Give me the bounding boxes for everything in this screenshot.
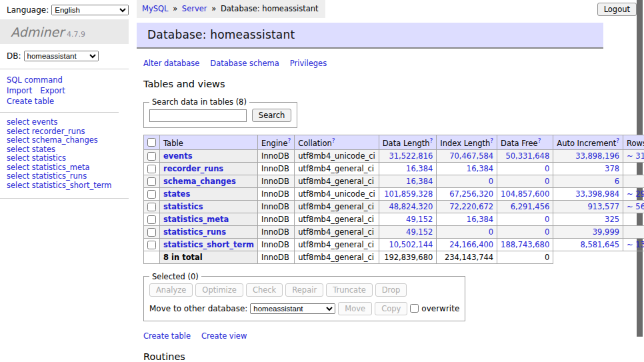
breadcrumb-mysql-link[interactable]: MySQL [142, 4, 169, 13]
rows-count-link[interactable]: ~ 312,180 [627, 151, 644, 161]
sidebar-select-table-link[interactable]: select statistics_meta [7, 163, 122, 173]
data-length-link[interactable]: 10,502,144 [389, 240, 433, 249]
db-select[interactable]: homeassistant [24, 51, 99, 61]
rows-count-link[interactable]: ~ 569,159 [627, 202, 644, 211]
data-length-link[interactable]: 16,384 [406, 164, 433, 173]
data-length-link[interactable]: 49,152 [406, 215, 433, 224]
data-free-link[interactable]: 0 [545, 177, 549, 186]
sidebar-select-table-link[interactable]: select statistics_short_term [7, 181, 122, 191]
table-row: statistics InnoDB utf8mb4_general_ci 48,… [144, 200, 644, 213]
table-row: events InnoDB utf8mb4_unicode_ci 31,522,… [144, 149, 644, 162]
table-link[interactable]: statistics_runs [163, 227, 226, 237]
auto-increment-link[interactable]: 8,581,645 [581, 240, 620, 249]
sidebar-select-table-link[interactable]: select events [7, 118, 122, 127]
row-checkbox[interactable] [147, 152, 156, 161]
database-action-link[interactable]: Database schema [210, 59, 279, 68]
table-link[interactable]: schema_changes [163, 177, 236, 186]
data-free-link[interactable]: 0 [545, 164, 549, 173]
sidebar-select-table-link[interactable]: select statistics_runs [7, 172, 122, 181]
create-link[interactable]: Create view [201, 331, 247, 341]
data-length-link[interactable]: 31,522,816 [389, 151, 433, 161]
sidebar-action-link[interactable]: Create table [7, 96, 54, 107]
selected-action-button[interactable]: Analyze [149, 283, 193, 297]
index-length-link[interactable]: 16,384 [467, 164, 493, 173]
selected-action-button[interactable]: Repair [285, 283, 323, 297]
move-button[interactable]: Move [338, 302, 372, 315]
row-checkbox[interactable] [147, 228, 156, 237]
selected-action-button[interactable]: Truncate [326, 283, 373, 297]
search-input[interactable] [149, 109, 247, 122]
index-length-link[interactable]: 24,166,400 [449, 240, 493, 249]
data-length-link[interactable]: 101,859,328 [384, 189, 433, 199]
row-checkbox[interactable] [147, 203, 156, 211]
select-all-checkbox[interactable] [147, 138, 156, 147]
data-length-link[interactable]: 48,824,320 [389, 202, 433, 211]
data-free-link[interactable]: 50,331,648 [505, 151, 549, 161]
sidebar-action-link[interactable]: SQL command [7, 75, 63, 85]
database-action-link[interactable]: Privileges [290, 59, 327, 68]
index-length-link[interactable]: 0 [489, 177, 493, 186]
data-free-link[interactable]: 0 [545, 215, 549, 224]
data-free-link[interactable]: 188,743,680 [501, 240, 549, 249]
index-length-link[interactable]: 70,467,584 [449, 151, 493, 161]
auto-increment-link[interactable]: 33,898,196 [575, 151, 619, 161]
table-link[interactable]: recorder_runs [163, 164, 223, 173]
index-length-link[interactable]: 16,384 [467, 215, 493, 224]
auto-increment-link[interactable]: 325 [605, 215, 619, 224]
create-link[interactable]: Create table [143, 331, 191, 341]
data-free-link[interactable]: 104,857,600 [501, 189, 549, 199]
sidebar-select-table-link[interactable]: select statistics [7, 154, 122, 163]
breadcrumb-server-link[interactable]: Server [182, 4, 207, 13]
sidebar-select-table-link[interactable]: select states [7, 145, 122, 155]
overwrite-checkbox[interactable] [410, 304, 419, 313]
index-length-link[interactable]: 0 [489, 227, 493, 237]
search-button[interactable]: Search [252, 109, 292, 122]
table-link[interactable]: statistics_short_term [163, 240, 254, 249]
column-help-link[interactable]: ? [430, 137, 433, 144]
language-select[interactable]: English [51, 5, 129, 15]
total-data-free: 0 [497, 251, 553, 263]
sidebar-select-table-link[interactable]: select recorder_runs [7, 127, 122, 137]
auto-increment-link[interactable]: 39,999 [593, 227, 619, 237]
row-checkbox[interactable] [147, 165, 156, 173]
data-free-link[interactable]: 0 [545, 227, 549, 237]
sidebar-action-link[interactable]: Import [7, 85, 32, 96]
row-checkbox[interactable] [147, 215, 156, 224]
selected-action-button[interactable]: Drop [375, 283, 407, 297]
sidebar-select-table-link[interactable]: select schema_changes [7, 136, 122, 145]
column-help-link[interactable]: ? [490, 137, 493, 144]
sidebar-action-link[interactable]: Export [40, 85, 65, 96]
breadcrumb: MySQL » Server » Database: homeassistant [137, 0, 325, 18]
auto-increment-link[interactable]: 6 [615, 177, 619, 186]
column-help-link[interactable]: ? [538, 137, 541, 144]
data-length-link[interactable]: 49,152 [406, 227, 433, 237]
selected-action-button[interactable]: Optimize [195, 283, 243, 297]
app-version[interactable]: 4.7.9 [67, 30, 85, 39]
move-db-select[interactable]: homeassistant [250, 303, 335, 314]
database-action-link[interactable]: Alter database [143, 59, 199, 68]
column-help-link[interactable]: ? [332, 137, 335, 144]
data-length-link[interactable]: 16,384 [406, 177, 433, 186]
rows-count-link[interactable]: ~ 136,108 [627, 240, 644, 249]
table-link[interactable]: statistics_meta [163, 215, 229, 224]
overwrite-label[interactable]: overwrite [421, 304, 459, 313]
row-checkbox[interactable] [147, 177, 156, 186]
row-checkbox[interactable] [147, 241, 156, 249]
index-length-link[interactable]: 67,256,320 [449, 189, 493, 199]
rows-count-link[interactable]: ~ 299,833 [627, 189, 644, 199]
column-header: Collation? [295, 135, 379, 150]
auto-increment-link[interactable]: 378 [605, 164, 619, 173]
table-link[interactable]: states [163, 189, 190, 199]
row-checkbox[interactable] [147, 190, 156, 199]
table-link[interactable]: events [163, 151, 193, 161]
copy-button[interactable]: Copy [375, 302, 407, 315]
search-legend: Search data in tables (8) [149, 97, 249, 107]
auto-increment-link[interactable]: 913,577 [587, 202, 619, 211]
column-help-link[interactable]: ? [616, 137, 619, 144]
auto-increment-link[interactable]: 33,398,984 [575, 189, 619, 199]
selected-action-button[interactable]: Check [246, 283, 283, 297]
data-free-link[interactable]: 6,291,456 [511, 202, 550, 211]
column-help-link[interactable]: ? [287, 137, 291, 144]
index-length-link[interactable]: 72,220,672 [449, 202, 493, 211]
table-link[interactable]: statistics [163, 202, 203, 211]
